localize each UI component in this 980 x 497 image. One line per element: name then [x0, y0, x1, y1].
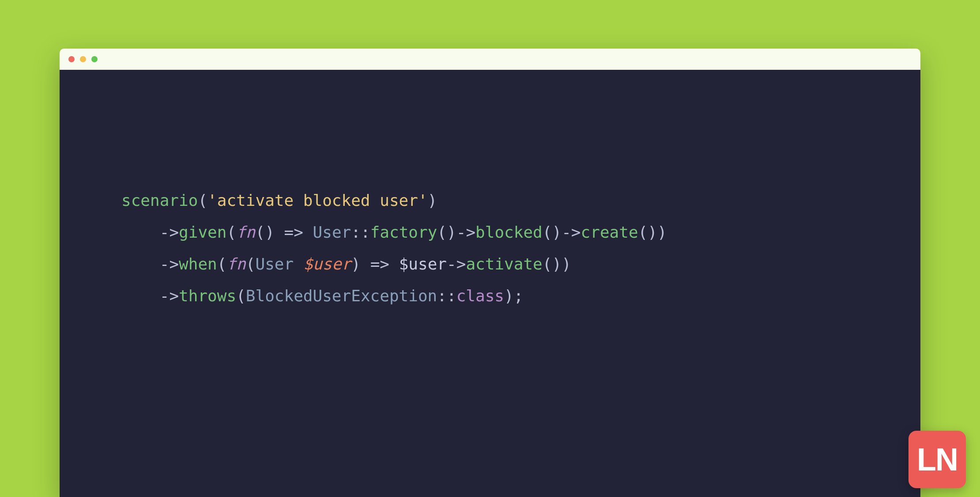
- window-titlebar: [60, 49, 920, 70]
- code-line-1: scenario('activate blocked user'): [121, 191, 437, 209]
- traffic-light-minimize-icon[interactable]: [80, 56, 86, 62]
- code-editor: scenario('activate blocked user') ->give…: [60, 70, 920, 497]
- brand-badge-text: LN: [917, 441, 957, 478]
- code-window: scenario('activate blocked user') ->give…: [60, 49, 920, 497]
- code-line-4: ->throws(BlockedUserException::class);: [160, 287, 524, 305]
- brand-badge: LN: [908, 431, 966, 488]
- traffic-light-close-icon[interactable]: [68, 56, 75, 62]
- stage: scenario('activate blocked user') ->give…: [0, 0, 980, 497]
- code-line-3: ->when(fn(User $user) => $user->activate…: [160, 255, 571, 273]
- traffic-light-zoom-icon[interactable]: [91, 56, 98, 62]
- code-line-2: ->given(fn() => User::factory()->blocked…: [160, 223, 667, 241]
